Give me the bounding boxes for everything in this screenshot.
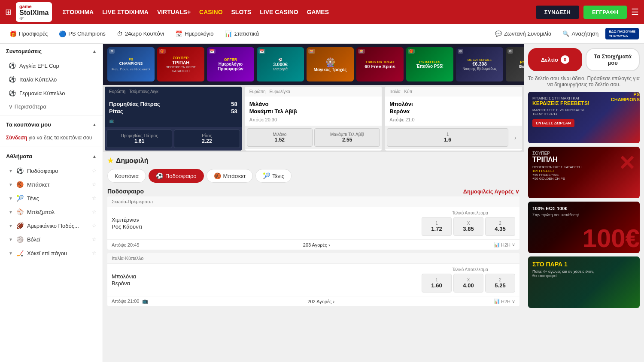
match1-markets[interactable]: 203 Αγορές › (303, 242, 330, 247)
match1-odd-2[interactable]: 2 4.35 (485, 217, 515, 236)
match1-teams: Χιμπέρνιαν Ρος Κάουντι (112, 216, 418, 230)
search-icon: 🔍 (562, 30, 569, 37)
banner-card-winner[interactable]: ΜΕ C27 ΚΕΡΔΙΣΕ €6.308 Νικητής Εβδομάδας … (456, 47, 503, 81)
sidebar-item-basketball[interactable]: ▼ 🏀 Μπάσκετ ☆ (0, 178, 103, 191)
nav-slots[interactable]: SLOTS (231, 9, 252, 15)
promo-card-100[interactable]: 100% ΕΩΣ 100€ Στην πρώτη σου κατάθεση! 1… (528, 202, 640, 253)
match2-odds-btn-2[interactable]: Μακάμπι Τελ Αβίβ 2.55 (314, 128, 380, 147)
sidebar-item-ice-hockey[interactable]: ▼ 🏒 Χόκεϊ επί πάγου ☆ (0, 246, 103, 260)
odds-value: 1.6 (444, 137, 451, 143)
tab-coupons[interactable]: Κουπόνια (107, 169, 146, 183)
live-chat-link[interactable]: 💬 Ζωντανή Συνομιλία (491, 28, 556, 39)
tab-basketball[interactable]: 🏀 Μπάσκετ (207, 169, 253, 183)
banner-card-cash[interactable]: ⚽ 3.000€ Μετρητά 📅 (257, 47, 304, 81)
chevron-down-icon: ▼ (9, 251, 13, 256)
sidebar-item-volleyball[interactable]: ▼ 🏐 Βόλεϊ ☆ (0, 232, 103, 246)
match3-odds-btn-1[interactable]: 1 1.6 (387, 128, 508, 147)
sidebar-item-american-football[interactable]: ▼ 🏈 Αμερικάνικο Ποδός... ☆ (0, 219, 103, 232)
offers-label: Προσφορές (19, 30, 48, 37)
coupons-section-header[interactable]: Τα κουπόνια μου ▲ (0, 117, 103, 132)
star-icon[interactable]: ☆ (92, 250, 97, 256)
odd-value-1: 1.72 (431, 226, 442, 232)
promo-card-para1[interactable]: ΣΤΟ ΠΑΡΑ 1 Παίξε 4+ αγώνες και αν χάσεις… (528, 256, 640, 308)
ps-champions-link[interactable]: 🔵 PS Champions (55, 28, 110, 40)
sidebar-item-football[interactable]: ▼ ⚽ Ποδόσφαιρο ☆ (0, 164, 103, 178)
sidebar-item-baseball[interactable]: ▼ ⚾ Μπέιζμπολ ☆ (0, 205, 103, 219)
tab-tennis[interactable]: 🎾 Τένις (255, 169, 292, 183)
star-icon[interactable]: ☆ (92, 223, 97, 229)
banner-card-calendar[interactable]: OFFER Ημερολόγιο Προσφορών 📅 (207, 47, 254, 81)
match1-team1-row: Προμηθέας Πάτρας 58 (109, 101, 237, 107)
nav-casino[interactable]: CASINO (199, 9, 222, 15)
calendar-link[interactable]: 📅 Ημερολόγιο (171, 28, 218, 40)
statistics-link[interactable]: 📊 Στατιστικά (220, 28, 263, 40)
odd-header-x: X (454, 221, 483, 226)
match1-team2: Ρος Κάουντι (112, 223, 418, 230)
match1-odds-header-row: Τελικό Αποτελεσμα (425, 211, 515, 215)
nav-games[interactable]: GAMES (307, 9, 329, 15)
match1-h2h-button[interactable]: 📊 H2H ∨ (494, 242, 515, 247)
match2-odds-btn-1[interactable]: Μιλάνο 1.52 (247, 128, 313, 147)
my-bets-button[interactable]: Τα Στοιχήματά μου (586, 48, 640, 71)
banner-card-pragmatic[interactable]: Pragmatic Buy Bonus ⚙ (506, 47, 524, 81)
popular-markets-link[interactable]: Δημοφιλείς Αγορές ∨ (463, 188, 519, 195)
next-arrow[interactable]: › (510, 128, 520, 147)
ps-champions-label: PS Champions (68, 30, 106, 37)
sidebar-item-tennis[interactable]: ▼ 🎾 Τένις ☆ (0, 191, 103, 205)
star-icon[interactable]: ☆ (92, 209, 97, 215)
nav-live-casino[interactable]: LIVE CASINO (260, 9, 298, 15)
sports-section-header[interactable]: Αθλήματα ▲ (0, 149, 103, 164)
nav-live-stoixima[interactable]: LIVE ΣΤΟΙΧΗΜΑ (102, 9, 149, 15)
live-match-card-1: Ευρώπη - Τσάμπιονς Λιγκ Προμηθέας Πάτρας… (105, 87, 242, 151)
sidebar-item-efl-cup[interactable]: ⚽ Αγγλία EFL Cup (0, 59, 103, 72)
calendar-label: Ημερολόγιο (185, 30, 213, 37)
match1-odd-x[interactable]: X 3.85 (453, 217, 483, 236)
hamburger-icon[interactable]: ☰ (631, 7, 639, 17)
star-icon[interactable]: ☆ (92, 168, 97, 174)
sidebar-item-germany-cup[interactable]: ⚽ Γερμανία Κύπελλο (0, 86, 103, 100)
signin-button[interactable]: ΣΥΝΔΕΣΗ (536, 6, 579, 19)
nav-stoixima[interactable]: ΣΤΟΙΧΗΜΑ (62, 9, 94, 15)
match2-odd-2[interactable]: 2 5.25 (485, 274, 515, 293)
sidebar-sport-label: Τένις (27, 195, 39, 202)
sidebar-item-italy-cup[interactable]: ⚽ Ιταλία Κύπελλο (0, 72, 103, 86)
promo-3-content: 100% ΕΩΣ 100€ Στην πρώτη σου κατάθεση! (532, 206, 579, 217)
cta-button[interactable]: ΕΝΤΑΣΣΕ ΔΩΡΕΑΝ (532, 119, 574, 127)
match2-markets[interactable]: 202 Αγορές › (307, 299, 334, 304)
site-logo[interactable]: game StoIXima .gr (16, 2, 52, 22)
match1-odds-btn-2[interactable]: Ρίτας 2.22 (174, 130, 240, 148)
banner-card-super-triple[interactable]: ΣΟΥΠΕΡ ΤΡΙΠΛΗ ΠΡΟΣΦΟΡΑ ΧΩΡΙΣ ΚΑΤΑΘΕΣΗ 🎁 (157, 47, 204, 81)
chevron-down-icon: ▼ (9, 169, 13, 173)
shortcuts-section-header[interactable]: Συντομεύσεις ▲ (0, 44, 103, 59)
odd-value-2: 4.35 (495, 226, 505, 232)
banner-card-ps-champions[interactable]: PS CHAMPIONS Μαν. Γιουν. vs Νιούκαστλ ⚙ (107, 47, 155, 81)
offers-link[interactable]: 🎁 Προσφορές (5, 28, 52, 40)
tab-football[interactable]: ⚽ Ποδόσφαιρο (149, 169, 204, 183)
bar-chart-icon: 📊 (494, 299, 500, 304)
coupon-24h-link[interactable]: ⏱ 24ωρο Κουπόνι (112, 28, 168, 40)
signin-prompt-link[interactable]: Σύνδεση (6, 135, 27, 141)
match1-score2: 58 (231, 108, 237, 115)
banner-card-magic-wheel[interactable]: 🎡 Μαγικός Τροχός 🎰 (307, 47, 354, 81)
star-icon[interactable]: ☆ (92, 181, 97, 187)
star-icon[interactable]: ☆ (92, 236, 97, 242)
star-icon[interactable]: ☆ (92, 195, 97, 201)
match1-odds-btn-1[interactable]: Προμηθέας Πάτρας 1.61 (106, 130, 172, 148)
match2-odd-1[interactable]: 1 1.60 (422, 274, 452, 293)
nav-virtuals[interactable]: VIRTUALS+ (157, 9, 191, 15)
match1-odd-1[interactable]: 1 1.72 (422, 217, 452, 236)
betslip-button[interactable]: Δελτίο 0 (528, 48, 582, 71)
banner-card-free-spins[interactable]: TRICK OR TREAT 60 Free Spins 🎰 (356, 47, 404, 81)
tennis-sport-icon: 🎾 (16, 195, 24, 202)
search-link[interactable]: 🔍 Αναζήτηση (558, 28, 603, 39)
promo-card-freebets[interactable]: ΜΠΑΙΝΕΙΣ ΣΤΗ ΜΑΧΗ ΚΑΙ ΚΕΡΔΙΖΕΙΣ FREEBETS… (528, 92, 640, 143)
more-link[interactable]: ∨ Περισσότερα (0, 100, 103, 113)
match2-odd-x[interactable]: X 4.00 (453, 274, 483, 293)
register-button[interactable]: ΕΓΓΡΑΦΗ (583, 6, 627, 19)
match2-odds-container: Τελικό Αποτελεσμα 1 1.60 X 4.00 (422, 267, 515, 293)
baseball-sport-icon: ⚾ (16, 208, 24, 215)
match2-h2h-button[interactable]: 📊 H2H ∨ (494, 299, 515, 304)
banner-card-ps5[interactable]: PS BATTLES Έπαθλο PS5! 🎁 (406, 47, 453, 81)
grid-icon[interactable]: ⊞ (5, 7, 12, 17)
promo-card-triple[interactable]: ΣΟΥΠΕΡ ΤΡΙΠΛΗ ΠΡΟΣΦΟΡΑ ΧΩΡΙΣ ΚΑΤΑΘΕΣΗ 10… (528, 147, 640, 198)
